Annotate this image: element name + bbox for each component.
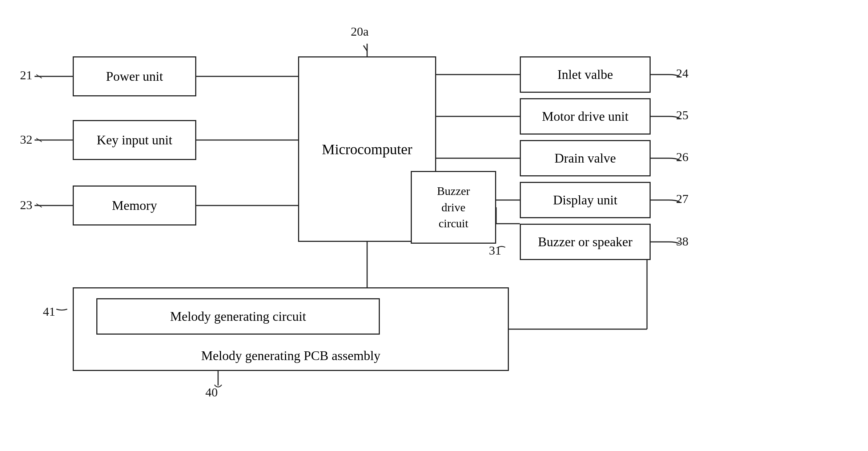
svg-line-1 [363, 45, 367, 51]
drain-valve-box: Drain valve [520, 140, 651, 176]
melody-circuit-label: Melody generating circuit [170, 309, 306, 324]
ref-21: 21 [20, 68, 32, 82]
buzzer-drive-box: Buzzer drive circuit [411, 171, 496, 244]
ref-41: 41 [43, 305, 55, 319]
ref-24: 24 [676, 67, 688, 80]
display-unit-box: Display unit [520, 182, 651, 218]
ref-20a: 20a [351, 25, 369, 39]
buzzer-speaker-box: Buzzer or speaker [520, 224, 651, 260]
svg-line-4 [36, 75, 42, 78]
ref-40: 40 [205, 386, 218, 399]
inlet-valve-label: Inlet valbe [558, 67, 613, 82]
power-unit-label: Power unit [106, 69, 163, 84]
power-unit-box: Power unit [73, 56, 196, 96]
display-unit-label: Display unit [553, 192, 618, 208]
key-input-label: Key input unit [97, 132, 172, 148]
ref-32: 32 [20, 133, 32, 147]
key-input-box: Key input unit [73, 120, 196, 160]
ref-27: 27 [676, 192, 688, 206]
buzzer-speaker-label: Buzzer or speaker [538, 234, 632, 250]
melody-circuit-box: Melody generating circuit [96, 298, 380, 335]
inlet-valve-box: Inlet valbe [520, 56, 651, 93]
svg-line-7 [36, 138, 42, 142]
ref-26: 26 [676, 150, 688, 164]
diagram: Microcomputer Power unit Key input unit … [0, 0, 868, 451]
ref-25: 25 [676, 108, 688, 122]
melody-pcb-label: Melody generating PCB assembly [201, 348, 381, 363]
svg-line-10 [36, 204, 42, 207]
memory-box: Memory [73, 185, 196, 226]
motor-drive-box: Motor drive unit [520, 98, 651, 135]
buzzer-drive-label: Buzzer drive circuit [437, 183, 470, 232]
microcomputer-label: Microcomputer [322, 141, 413, 158]
memory-label: Memory [112, 198, 157, 213]
ref-31: 31 [489, 244, 501, 258]
ref-38: 38 [676, 235, 688, 248]
motor-drive-label: Motor drive unit [542, 109, 628, 124]
ref-23: 23 [20, 198, 32, 212]
drain-valve-label: Drain valve [555, 151, 616, 166]
